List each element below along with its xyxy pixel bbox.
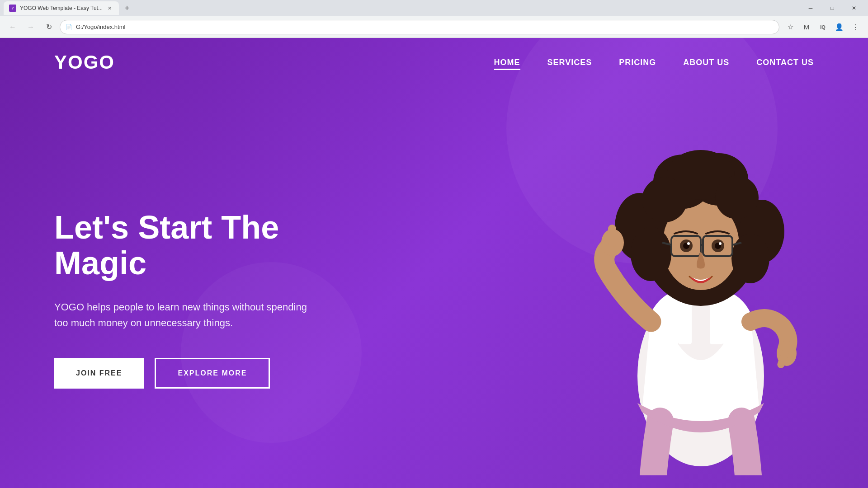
browser-toolbar: ← → ↻ 📄 G:/Yogo/index.html ☆ M IQ 👤 ⋮ [0, 16, 868, 38]
svg-rect-27 [608, 225, 616, 247]
url-text: G:/Yogo/index.html [76, 23, 125, 30]
svg-point-14 [715, 176, 759, 219]
nav-link-pricing[interactable]: PRICING [619, 58, 656, 67]
close-window-button[interactable]: ✕ [844, 1, 864, 15]
browser-titlebar: Y YOGO Web Template - Easy Tut... ✕ + ─ … [0, 0, 868, 16]
nav-link-home[interactable]: HOME [494, 58, 520, 70]
join-free-button[interactable]: JOIN FREE [54, 358, 144, 389]
minimize-button[interactable]: ─ [800, 1, 821, 15]
window-controls: ─ □ ✕ [800, 1, 864, 15]
nav-link-contact[interactable]: CONTACT US [756, 58, 814, 67]
browser-tab[interactable]: Y YOGO Web Template - Easy Tut... ✕ [4, 1, 119, 15]
iq-icon[interactable]: IQ [816, 20, 830, 34]
svg-point-24 [687, 242, 690, 245]
navbar: YOGO HOME SERVICES PRICING ABOUT US CONT… [0, 38, 868, 87]
forward-button[interactable]: → [24, 20, 38, 34]
gmail-icon[interactable]: M [799, 20, 814, 34]
nav-item-about[interactable]: ABOUT US [683, 58, 729, 67]
toolbar-actions: ☆ M IQ 👤 ⋮ [783, 20, 863, 34]
nav-links: HOME SERVICES PRICING ABOUT US CONTACT U… [494, 58, 814, 67]
nav-link-about[interactable]: ABOUT US [683, 58, 729, 67]
hero-buttons: JOIN FREE EXPLORE MORE [54, 358, 362, 389]
website-content: YOGO HOME SERVICES PRICING ABOUT US CONT… [0, 38, 868, 488]
nav-item-pricing[interactable]: PRICING [619, 58, 656, 67]
maximize-button[interactable]: □ [822, 1, 843, 15]
nav-item-services[interactable]: SERVICES [547, 58, 592, 67]
tab-favicon: Y [9, 5, 16, 12]
svg-point-9 [731, 234, 769, 283]
tab-title: YOGO Web Template - Easy Tut... [20, 5, 103, 11]
hero-image [552, 87, 868, 475]
bookmark-star-icon[interactable]: ☆ [783, 20, 797, 34]
browser-window: Y YOGO Web Template - Easy Tut... ✕ + ─ … [0, 0, 868, 488]
svg-point-25 [719, 242, 722, 245]
reload-button[interactable]: ↻ [42, 20, 56, 34]
hero-section: Let's Start The Magic YOGO helps people … [0, 87, 868, 475]
hero-content: Let's Start The Magic YOGO helps people … [54, 210, 362, 389]
nav-link-services[interactable]: SERVICES [547, 58, 592, 67]
svg-point-8 [631, 227, 671, 281]
tab-close-button[interactable]: ✕ [106, 5, 113, 12]
menu-icon[interactable]: ⋮ [848, 20, 863, 34]
logo[interactable]: YOGO [54, 52, 115, 73]
nav-item-home[interactable]: HOME [494, 58, 520, 67]
new-tab-button[interactable]: + [121, 2, 133, 14]
profile-icon[interactable]: 👤 [832, 20, 846, 34]
hero-description: YOGO helps people to learn new things wi… [54, 299, 307, 331]
back-button[interactable]: ← [5, 20, 20, 34]
address-bar[interactable]: 📄 G:/Yogo/index.html [60, 20, 779, 34]
person-illustration [561, 96, 841, 475]
hero-title: Let's Start The Magic [54, 210, 362, 281]
nav-item-contact[interactable]: CONTACT US [756, 58, 814, 67]
svg-point-13 [642, 177, 687, 222]
explore-more-button[interactable]: EXPLORE MORE [155, 358, 270, 389]
file-icon: 📄 [66, 24, 72, 30]
